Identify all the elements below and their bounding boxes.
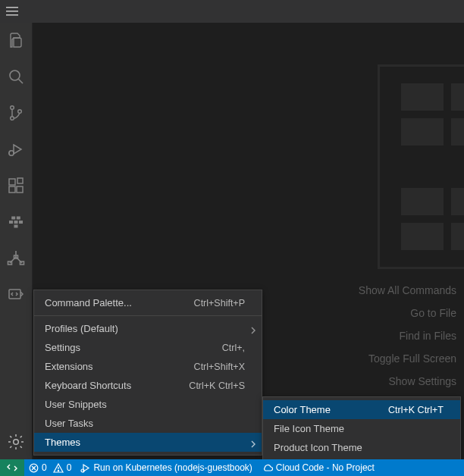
menu-item-extensions[interactable]: Extensions Ctrl+Shift+X <box>34 357 262 376</box>
svg-rect-13 <box>9 179 15 185</box>
svg-point-30 <box>14 440 19 445</box>
manage-gear-icon[interactable] <box>0 431 32 453</box>
svg-rect-16 <box>17 178 23 183</box>
menu-item-shortcut: Ctrl+K Ctrl+T <box>388 405 444 415</box>
menu-item-keyboard-shortcuts[interactable]: Keyboard Shortcuts Ctrl+K Ctrl+S <box>34 376 262 395</box>
cloud-icon <box>262 463 273 472</box>
remote-indicator[interactable] <box>0 459 24 476</box>
svg-point-5 <box>11 106 14 110</box>
titlebar <box>0 0 464 23</box>
menu-item-label: Settings <box>45 342 80 353</box>
source-control-icon[interactable] <box>0 102 32 124</box>
submenu-item-product-icon-theme[interactable]: Product Icon Theme <box>263 438 460 457</box>
app-menu-icon[interactable] <box>6 6 18 17</box>
svg-rect-2 <box>6 14 18 16</box>
menu-item-user-snippets[interactable]: User Snippets <box>34 395 262 414</box>
vscode-watermark-logo <box>378 64 464 269</box>
activity-bar <box>0 23 32 459</box>
menu-separator <box>34 315 262 316</box>
svg-point-6 <box>11 117 14 121</box>
status-label: Run on Kubernetes (nodejs-guestbook) <box>93 462 252 473</box>
themes-submenu: Color Theme Ctrl+K Ctrl+T File Icon Them… <box>262 396 461 461</box>
error-icon <box>29 463 39 473</box>
menu-item-profiles[interactable]: Profiles (Default) <box>34 319 262 338</box>
menu-item-label: Keyboard Shortcuts <box>45 380 131 391</box>
search-icon[interactable] <box>0 65 32 88</box>
warning-icon <box>53 463 64 473</box>
svg-marker-8 <box>14 145 21 154</box>
svg-point-7 <box>18 110 22 114</box>
status-run-on-kubernetes[interactable]: Run on Kubernetes (nodejs-guestbook) <box>76 459 256 476</box>
status-bar: 0 0 Run on Kubernetes (nodejs-guestbook)… <box>0 459 464 476</box>
svg-rect-0 <box>6 7 18 8</box>
menu-item-label: Themes <box>45 437 80 448</box>
menu-item-label: Color Theme <box>274 404 331 415</box>
status-problems[interactable]: 0 0 <box>24 459 76 476</box>
containers-icon[interactable] <box>0 211 32 233</box>
menu-item-label: Command Palette... <box>45 297 132 308</box>
svg-rect-21 <box>17 217 20 220</box>
svg-rect-1 <box>6 11 18 12</box>
svg-rect-15 <box>17 186 23 193</box>
menu-item-label: User Snippets <box>45 399 107 410</box>
cloud-code-icon[interactable] <box>0 283 32 306</box>
menu-item-settings[interactable]: Settings Ctrl+, <box>34 338 262 357</box>
kubernetes-icon[interactable] <box>0 247 32 270</box>
explorer-icon[interactable] <box>0 29 32 52</box>
menu-item-shortcut: Ctrl+K Ctrl+S <box>189 380 245 391</box>
error-count: 0 <box>42 462 47 473</box>
submenu-item-file-icon-theme[interactable]: File Icon Theme <box>263 419 460 438</box>
status-label: Cloud Code - No Project <box>276 462 375 473</box>
menu-item-shortcut: Ctrl+Shift+X <box>194 362 245 372</box>
svg-rect-22 <box>14 225 18 228</box>
submenu-item-color-theme[interactable]: Color Theme Ctrl+K Ctrl+T <box>263 400 460 419</box>
menu-item-user-tasks[interactable]: User Tasks <box>34 414 262 433</box>
debug-start-icon <box>80 463 90 473</box>
menu-item-label: User Tasks <box>45 418 93 429</box>
svg-line-12 <box>10 151 11 152</box>
hint-go-to-file: Go to File <box>410 307 456 319</box>
menu-item-shortcut: Ctrl+Shift+P <box>194 298 245 308</box>
svg-point-35 <box>58 470 58 471</box>
welcome-hints: Show All Commands Go to File Find in Fil… <box>359 284 456 387</box>
status-cloud-code[interactable]: Cloud Code - No Project <box>257 459 379 476</box>
menu-item-themes[interactable]: Themes <box>34 433 262 452</box>
svg-point-37 <box>81 469 84 472</box>
hint-show-settings: Show Settings <box>389 375 457 387</box>
warning-count: 0 <box>67 462 72 473</box>
menu-item-label: Product Icon Theme <box>274 442 362 453</box>
svg-rect-19 <box>19 221 23 224</box>
extensions-icon[interactable] <box>0 174 32 197</box>
svg-rect-14 <box>9 186 15 193</box>
hint-find-in-files: Find in Files <box>400 330 456 342</box>
chevron-right-icon <box>249 325 257 333</box>
run-debug-icon[interactable] <box>0 138 32 161</box>
menu-item-label: File Icon Theme <box>274 423 344 434</box>
chevron-right-icon <box>249 439 257 446</box>
hint-toggle-full-screen: Toggle Full Screen <box>368 352 456 365</box>
svg-rect-17 <box>9 221 13 224</box>
svg-point-3 <box>10 70 20 80</box>
menu-item-shortcut: Ctrl+, <box>222 343 245 353</box>
svg-line-4 <box>19 80 24 84</box>
menu-item-command-palette[interactable]: Command Palette... Ctrl+Shift+P <box>34 293 262 312</box>
manage-menu: Command Palette... Ctrl+Shift+P Profiles… <box>33 290 262 456</box>
svg-rect-18 <box>14 221 18 224</box>
svg-rect-20 <box>11 217 15 220</box>
menu-item-label: Extensions <box>45 361 93 372</box>
hint-show-all-commands: Show All Commands <box>359 284 456 296</box>
menu-item-label: Profiles (Default) <box>45 323 118 334</box>
